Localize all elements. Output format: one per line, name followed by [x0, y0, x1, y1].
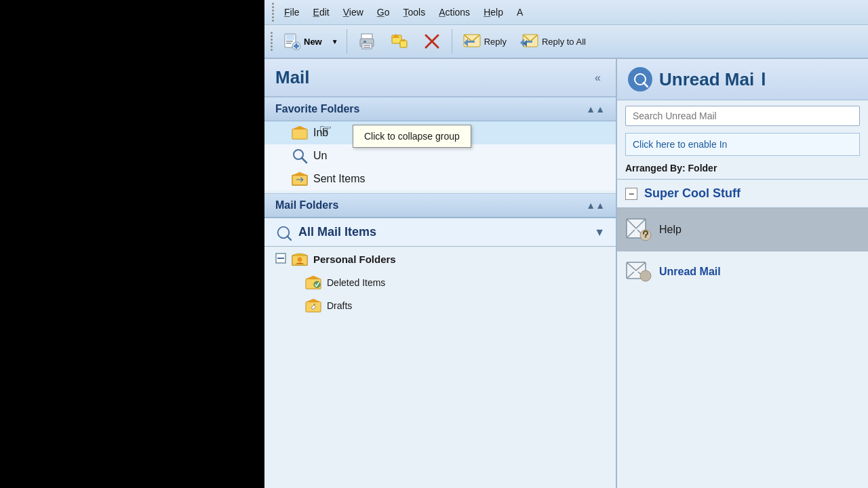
inbox-folder-item[interactable]: Inb ☞ Click to collapse group [264, 121, 616, 144]
favorite-folders-header[interactable]: Favorite Folders ▲▲ [264, 97, 616, 121]
new-button-group: New ▼ [276, 28, 342, 54]
svg-rect-1 [286, 35, 294, 40]
reply-all-icon [520, 32, 539, 51]
new-dropdown-arrow[interactable]: ▼ [328, 28, 342, 54]
unread-title-partial: l [761, 69, 766, 90]
expand-collapse-icon [275, 253, 286, 266]
svg-line-45 [644, 83, 648, 87]
menu-go[interactable]: Go [372, 5, 395, 19]
svg-rect-12 [363, 47, 370, 48]
reply-all-button[interactable]: Reply to All [514, 28, 592, 54]
svg-rect-6 [294, 45, 299, 47]
svg-point-37 [298, 257, 302, 262]
unread-folder-label: Un [313, 150, 327, 162]
svg-rect-3 [286, 43, 292, 44]
reply-all-label: Reply to All [542, 37, 586, 47]
unread-mail-sub-item[interactable]: Unread Mail [617, 251, 868, 292]
help-label: Help [659, 224, 682, 236]
menu-extra[interactable]: A [511, 5, 528, 19]
menu-tools[interactable]: Tools [398, 5, 431, 19]
sent-folder-icon [292, 172, 308, 186]
svg-rect-25 [527, 41, 532, 43]
move-button[interactable] [384, 28, 415, 54]
all-mail-dropdown-arrow: ▼ [594, 226, 605, 239]
deleted-items-folder[interactable]: Deleted Items [264, 271, 616, 294]
toolbar: New ▼ [264, 25, 868, 59]
favorite-folders-collapse[interactable]: ▲▲ [586, 104, 605, 115]
all-mail-items-row[interactable]: All Mail Items ▼ [264, 218, 616, 247]
unread-mail-folder-item[interactable]: Un [264, 144, 616, 167]
help-icon [625, 215, 652, 245]
mail-section-header: Mail « [264, 59, 616, 97]
toolbar-drag-handle [269, 32, 275, 51]
svg-marker-23 [520, 39, 524, 47]
all-mail-items-label: All Mail Items [298, 225, 587, 239]
new-button[interactable]: New [276, 28, 328, 54]
deleted-items-label: Deleted Items [327, 277, 385, 288]
unread-mail-item-icon [625, 257, 652, 287]
unread-mail-title: Unread Mai [659, 69, 754, 90]
menu-actions[interactable]: Actions [433, 5, 475, 19]
personal-folders-item[interactable]: Personal Folders [264, 247, 616, 271]
enable-bar[interactable]: Click here to enable In [625, 133, 860, 156]
reply-button[interactable]: Reply [456, 28, 513, 54]
menu-file[interactable]: File [279, 5, 305, 19]
svg-marker-31 [292, 172, 307, 176]
svg-marker-27 [292, 126, 307, 129]
main-content: Mail « Favorite Folders ▲▲ [264, 59, 868, 488]
tooltip: Click to collapse group [353, 125, 471, 148]
svg-rect-2 [286, 41, 293, 42]
outlook-window: File Edit View Go Tools Actions Help A [264, 0, 868, 488]
mail-folders-collapse[interactable]: ▲▲ [586, 200, 605, 211]
inbox-folder-icon [292, 126, 308, 140]
print-icon [357, 32, 376, 51]
menu-help[interactable]: Help [478, 5, 509, 19]
arranged-by-label: Arranged By: Folder [617, 157, 868, 179]
svg-marker-39 [306, 276, 321, 279]
menu-view[interactable]: View [338, 5, 369, 19]
unread-mail-header: Unread Mai l [617, 59, 868, 100]
svg-rect-21 [468, 41, 475, 43]
svg-point-48 [645, 236, 646, 237]
super-cool-stuff-label: Super Cool Stuff [644, 186, 741, 201]
inbox-label: Inb [313, 127, 328, 139]
svg-rect-9 [362, 43, 372, 49]
new-icon [282, 32, 301, 51]
drafts-icon [305, 299, 321, 312]
super-cool-stuff-row[interactable]: − Super Cool Stuff [617, 179, 868, 208]
move-icon [390, 32, 409, 51]
toolbar-separator-1 [347, 29, 347, 54]
toolbar-separator-2 [452, 29, 452, 54]
mail-folders-header[interactable]: Mail Folders ▲▲ [264, 193, 616, 218]
mail-folders-title: Mail Folders [275, 199, 338, 211]
svg-rect-26 [292, 129, 307, 139]
personal-folders-label: Personal Folders [313, 253, 396, 265]
mail-title: Mail [275, 67, 310, 88]
help-item[interactable]: Help [617, 208, 868, 251]
enable-bar-text: Click here to enable In [633, 139, 727, 150]
search-unread-input[interactable] [625, 106, 860, 126]
svg-point-50 [640, 270, 651, 281]
nav-panel: Mail « Favorite Folders ▲▲ [264, 59, 617, 488]
delete-button[interactable] [416, 28, 448, 54]
print-button[interactable] [351, 28, 382, 54]
drafts-folder[interactable]: Drafts [264, 294, 616, 317]
unread-mail-item-label: Unread Mail [659, 266, 721, 278]
favorite-folders-title: Favorite Folders [275, 103, 359, 115]
personal-folders-icon [292, 252, 308, 266]
deleted-items-icon [305, 276, 321, 289]
unread-mail-header-icon [628, 67, 652, 92]
collapse-group-icon: − [625, 188, 637, 200]
svg-rect-10 [363, 41, 366, 43]
menu-bar: File Edit View Go Tools Actions Help A [264, 0, 868, 25]
nav-collapse-button[interactable]: « [591, 70, 605, 85]
sent-items-folder-item[interactable]: Sent Items [264, 167, 616, 190]
svg-line-29 [302, 158, 307, 163]
svg-rect-11 [363, 45, 370, 46]
menu-edit[interactable]: Edit [308, 5, 335, 19]
favorite-folders-list: Inb ☞ Click to collapse group [264, 121, 616, 190]
right-panel: Unread Mai l Click here to enable In Arr… [617, 59, 868, 488]
sent-items-label: Sent Items [313, 173, 365, 185]
delete-icon [422, 32, 441, 51]
svg-rect-30 [292, 175, 307, 185]
